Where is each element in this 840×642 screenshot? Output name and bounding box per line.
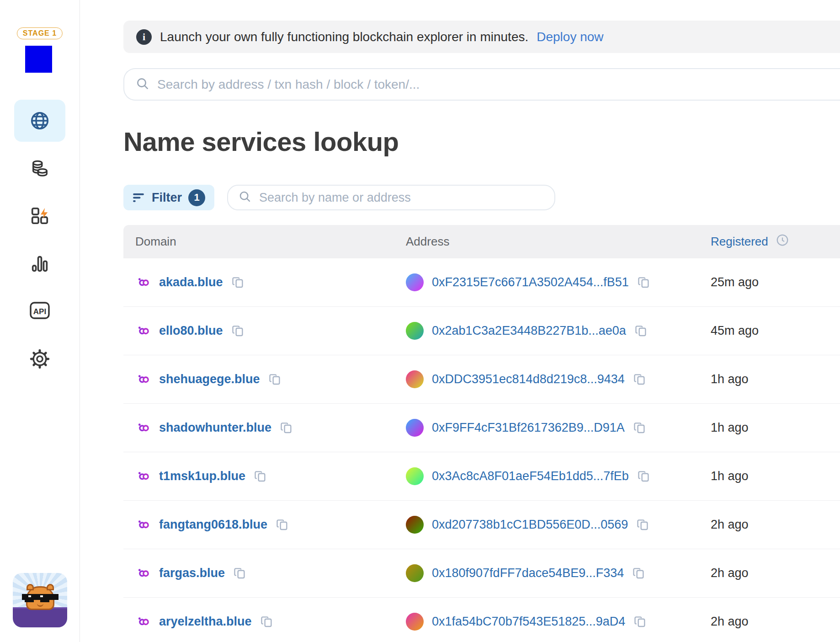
- search-icon: [135, 76, 150, 93]
- filter-label: Filter: [152, 191, 182, 205]
- capybara-avatar: [26, 586, 54, 610]
- name-service-icon: [135, 275, 151, 290]
- copy-icon[interactable]: [276, 518, 289, 532]
- name-service-icon: [135, 566, 151, 581]
- sidebar-item-tokens[interactable]: [14, 148, 65, 190]
- filter-button[interactable]: Filter 1: [123, 185, 214, 210]
- name-search-bar[interactable]: [227, 185, 555, 210]
- profile-avatar[interactable]: [13, 573, 67, 627]
- sidebar-item-stats[interactable]: [14, 243, 65, 285]
- table-row: fargas.blue0x180f907fdFF7dace54BE9...F33…: [123, 549, 840, 598]
- deploy-now-link[interactable]: Deploy now: [537, 30, 603, 44]
- copy-icon[interactable]: [633, 373, 647, 386]
- address-avatar: [406, 370, 424, 388]
- table-controls: Filter 1: [123, 185, 555, 210]
- copy-icon[interactable]: [254, 470, 267, 483]
- clock-icon: [776, 233, 789, 250]
- info-icon: i: [136, 29, 152, 45]
- domain-link[interactable]: shadowhunter.blue: [159, 421, 271, 435]
- column-header-registered[interactable]: Registered: [711, 233, 789, 250]
- globe-icon: [29, 110, 50, 131]
- address-avatar: [406, 516, 424, 534]
- address-link[interactable]: 0x3Ac8cA8F01aeF54Eb1dd5...7fEb: [432, 469, 629, 483]
- column-header-domain: Domain: [123, 235, 406, 249]
- copy-icon[interactable]: [268, 373, 282, 386]
- address-avatar: [406, 467, 424, 485]
- banner-text: Launch your own fully functioning blockc…: [160, 30, 528, 44]
- svg-text:API: API: [33, 307, 46, 316]
- sidebar-item-apps[interactable]: [14, 195, 65, 237]
- copy-icon[interactable]: [636, 518, 650, 532]
- copy-icon[interactable]: [637, 470, 651, 483]
- address-link[interactable]: 0xF2315E7c6671A3502A454...fB51: [432, 275, 629, 289]
- domain-link[interactable]: shehuagege.blue: [159, 372, 260, 386]
- domain-link[interactable]: fargas.blue: [159, 566, 225, 580]
- copy-icon[interactable]: [231, 324, 245, 338]
- name-service-icon: [135, 323, 151, 339]
- address-avatar: [406, 273, 424, 291]
- table-row: shehuagege.blue0xDDC3951ec814d8d219c8...…: [123, 355, 840, 404]
- domain-link[interactable]: ello80.blue: [159, 324, 223, 338]
- copy-icon[interactable]: [231, 276, 245, 289]
- domain-link[interactable]: fangtang0618.blue: [159, 518, 267, 532]
- copy-icon[interactable]: [280, 421, 293, 435]
- settings-gear-icon: [29, 348, 50, 369]
- copy-icon[interactable]: [637, 276, 651, 289]
- global-search-input[interactable]: [157, 77, 840, 92]
- registered-time: 25m ago: [711, 275, 759, 289]
- address-avatar: [406, 419, 424, 437]
- registered-time: 45m ago: [711, 324, 759, 338]
- address-link[interactable]: 0xd207738b1cC1BD556E0D...0569: [432, 518, 628, 532]
- sidebar-item-explorer[interactable]: [14, 100, 65, 142]
- address-avatar: [406, 322, 424, 340]
- table-row: akada.blue0xF2315E7c6671A3502A454...fB51…: [123, 258, 840, 307]
- app-logo[interactable]: [25, 46, 52, 73]
- search-icon: [238, 190, 252, 205]
- name-search-input[interactable]: [259, 191, 544, 205]
- copy-icon[interactable]: [633, 421, 647, 435]
- copy-icon[interactable]: [233, 567, 247, 580]
- table-row: ello80.blue0x2ab1C3a2E3448B227B1b...ae0a…: [123, 307, 840, 355]
- name-service-icon: [135, 614, 151, 630]
- tokens-icon: [29, 158, 50, 179]
- name-service-icon: [135, 420, 151, 436]
- copy-icon[interactable]: [633, 615, 647, 629]
- main-content: i Launch your own fully functioning bloc…: [123, 0, 840, 642]
- registered-time: 2h ago: [711, 615, 749, 629]
- name-services-page: STAGE 1: [0, 0, 840, 642]
- stage-badge: STAGE 1: [17, 27, 63, 39]
- address-link[interactable]: 0xDDC3951ec814d8d219c8...9434: [432, 372, 625, 386]
- filter-count-badge: 1: [188, 189, 205, 206]
- registered-time: 1h ago: [711, 421, 749, 435]
- copy-icon[interactable]: [634, 324, 648, 338]
- address-avatar: [406, 613, 424, 631]
- address-link[interactable]: 0xF9FF4cF31Bf2617362B9...D91A: [432, 421, 625, 435]
- address-avatar: [406, 564, 424, 582]
- registered-time: 2h ago: [711, 518, 749, 532]
- table-header: Domain Address Registered: [123, 225, 840, 258]
- address-link[interactable]: 0x1fa54bC70b7f543E51825...9aD4: [432, 615, 625, 629]
- domain-link[interactable]: akada.blue: [159, 275, 223, 289]
- name-service-icon: [135, 372, 151, 387]
- pixel-sunglasses: [22, 594, 58, 600]
- avatar-background: [13, 607, 67, 627]
- global-search-bar[interactable]: [123, 68, 840, 101]
- apps-lightning-icon: [29, 205, 50, 226]
- address-link[interactable]: 0x2ab1C3a2E3448B227B1b...ae0a: [432, 324, 626, 338]
- domain-link[interactable]: aryelzeltha.blue: [159, 615, 252, 629]
- address-link[interactable]: 0x180f907fdFF7dace54BE9...F334: [432, 566, 624, 580]
- name-service-icon: [135, 469, 151, 484]
- table-row: t1msk1up.blue0x3Ac8cA8F01aeF54Eb1dd5...7…: [123, 452, 840, 501]
- table-row: fangtang0618.blue0xd207738b1cC1BD556E0D.…: [123, 501, 840, 549]
- registered-time: 1h ago: [711, 469, 749, 483]
- domain-link[interactable]: t1msk1up.blue: [159, 469, 245, 483]
- table-row: shadowhunter.blue0xF9FF4cF31Bf2617362B9.…: [123, 404, 840, 452]
- copy-icon[interactable]: [260, 615, 274, 629]
- copy-icon[interactable]: [632, 567, 646, 580]
- sidebar-item-settings[interactable]: [14, 338, 65, 380]
- sidebar-item-api[interactable]: API: [14, 289, 65, 332]
- filter-icon: [132, 190, 145, 205]
- registered-time: 1h ago: [711, 372, 749, 386]
- api-icon: API: [28, 299, 52, 322]
- page-title: Name services lookup: [123, 126, 399, 157]
